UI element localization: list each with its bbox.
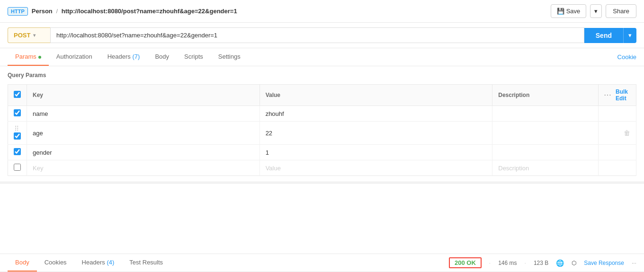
row3-checkbox-cell [8, 145, 27, 160]
row3-key: gender [27, 145, 260, 160]
tab-headers-label: Headers [107, 53, 131, 60]
select-all-checkbox[interactable] [14, 91, 21, 98]
row2-actions: 🗑 [599, 122, 636, 145]
breadcrumb-area: HTTP Person / http://localhost:8080/post… [8, 7, 237, 16]
top-bar-actions: 💾 Save ▾ Share [551, 4, 636, 18]
panel-divider[interactable] [0, 182, 644, 184]
table-row-placeholder: Key Value Description [8, 160, 636, 176]
tab-scripts-label: Scripts [184, 53, 203, 60]
http-icon: HTTP [8, 7, 28, 16]
col-header-value: Value [259, 85, 492, 106]
tab-params-label: Params [15, 53, 36, 60]
bulk-edit-link[interactable]: Bulk Edit [616, 88, 630, 102]
placeholder-checkbox[interactable] [14, 164, 21, 171]
placeholder-actions [599, 160, 636, 176]
save-dropdown-button[interactable]: ▾ [590, 4, 602, 18]
section-title: Query Params [8, 72, 636, 79]
tab-body[interactable]: Body [147, 48, 177, 66]
row1-value: zhouhf [259, 106, 492, 122]
headers-count: (7) [132, 53, 140, 60]
method-selector[interactable]: POST ▾ [8, 27, 50, 43]
send-button-group: Send ▾ [584, 28, 636, 43]
method-chevron-icon: ▾ [33, 33, 36, 38]
url-bar: POST ▾ Send ▾ [0, 23, 644, 48]
send-button[interactable]: Send [584, 28, 623, 43]
row3-checkbox[interactable] [14, 148, 21, 155]
method-label: POST [14, 32, 30, 39]
tab-authorization-label: Authorization [56, 53, 92, 60]
row2-description [492, 122, 599, 145]
row3-description [492, 145, 599, 160]
placeholder-checkbox-cell [8, 160, 27, 176]
table-row: name zhouhf [8, 106, 636, 122]
placeholder-value[interactable]: Value [259, 160, 492, 176]
row3-actions [599, 145, 636, 160]
save-button[interactable]: 💾 Save [551, 4, 587, 18]
tab-settings[interactable]: Settings [211, 48, 248, 66]
tab-settings-label: Settings [218, 53, 241, 60]
row1-key: name [27, 106, 260, 122]
save-icon: 💾 [557, 8, 564, 15]
row3-value: 1 [259, 145, 492, 160]
col-header-checkbox [8, 85, 27, 106]
row1-checkbox-cell [8, 106, 27, 122]
breadcrumb-person: Person [32, 8, 53, 15]
drag-handle-icon[interactable]: ⠿ [14, 125, 19, 132]
tab-params[interactable]: Params [8, 48, 49, 66]
placeholder-description[interactable]: Description [492, 160, 599, 176]
top-bar: HTTP Person / http://localhost:8080/post… [0, 0, 644, 23]
breadcrumb-url: http://localhost:8080/post?name=zhouhf&a… [62, 8, 237, 15]
query-params-section: Query Params Key Value Description ·· [0, 66, 644, 182]
tab-authorization[interactable]: Authorization [49, 48, 100, 66]
share-button[interactable]: Share [606, 4, 636, 18]
col-header-description: Description [492, 85, 599, 106]
bulk-edit-dots-icon: ··· [604, 92, 612, 98]
breadcrumb: Person / http://localhost:8080/post?name… [32, 8, 237, 15]
url-input[interactable] [50, 27, 584, 43]
save-label: Save [566, 8, 581, 15]
row2-value: 22 [259, 122, 492, 145]
cookie-link[interactable]: Cookie [617, 53, 636, 61]
col-header-key: Key [27, 85, 260, 106]
placeholder-key[interactable]: Key [27, 160, 260, 176]
params-table: Key Value Description ··· Bulk Edit [8, 84, 636, 176]
row1-checkbox[interactable] [14, 109, 21, 116]
row2-key: age [27, 122, 260, 145]
send-dropdown-button[interactable]: ▾ [623, 28, 636, 43]
row2-checkbox[interactable] [14, 132, 21, 140]
row1-description [492, 106, 599, 122]
row2-checkbox-cell: ⠿ [8, 122, 27, 145]
breadcrumb-separator: / [56, 8, 58, 15]
row2-delete-icon[interactable]: 🗑 [624, 129, 630, 137]
row1-actions [599, 106, 636, 122]
table-row: gender 1 [8, 145, 636, 160]
params-dot [38, 56, 41, 59]
tab-headers[interactable]: Headers (7) [100, 48, 148, 66]
tab-scripts[interactable]: Scripts [177, 48, 211, 66]
tab-body-label: Body [155, 53, 169, 60]
table-row: ⠿ age 22 🗑 [8, 122, 636, 145]
col-header-bulk-edit: ··· Bulk Edit [599, 85, 636, 106]
request-tabs: Params Authorization Headers (7) Body Sc… [0, 48, 644, 66]
